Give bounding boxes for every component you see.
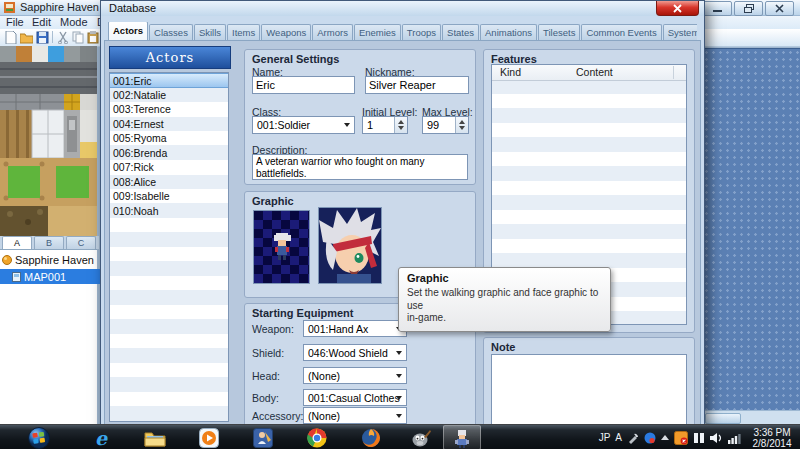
drawing-app-button[interactable] [244, 425, 282, 449]
stepper-buttons[interactable] [455, 117, 468, 133]
tooltip-body: Set the walking graphic and face graphic… [407, 287, 602, 325]
windows-explorer-button[interactable] [136, 425, 174, 449]
palette-tab-c[interactable]: C [66, 236, 96, 249]
actor-item[interactable]: 003:Terence [110, 102, 228, 117]
ball-tray-icon[interactable] [644, 432, 656, 444]
horizontal-scrollbar[interactable] [703, 410, 800, 425]
head-select[interactable]: (None) [303, 367, 407, 384]
dialog-titlebar: Database [101, 1, 704, 16]
taskbar: e JP A [0, 424, 800, 449]
shield-value: 046:Wood Shield [308, 347, 388, 359]
nickname-input[interactable] [365, 76, 469, 94]
tab-states[interactable]: States [442, 24, 479, 40]
tree-item-project[interactable]: Sapphire Haven [2, 254, 94, 266]
close-window-button[interactable] [765, 1, 794, 16]
app-icon [4, 2, 15, 13]
menu-file[interactable]: File [6, 16, 24, 29]
dialog-close-button[interactable] [656, 1, 699, 16]
tab-system[interactable]: System [663, 24, 697, 40]
walking-graphic-box[interactable] [253, 210, 310, 284]
clock-date: 2/8/2014 [746, 438, 798, 449]
name-input[interactable] [252, 76, 355, 94]
actor-item[interactable]: 005:Ryoma [110, 131, 228, 146]
actor-item[interactable]: 008:Alice [110, 175, 228, 190]
palette-tab-b[interactable]: B [34, 236, 64, 249]
tab-common-events[interactable]: Common Events [581, 24, 661, 40]
copy-icon[interactable] [72, 31, 85, 44]
tab-enemies[interactable]: Enemies [354, 24, 401, 40]
clock-time: 3:36 PM [746, 427, 798, 438]
body-select[interactable]: 001:Casual Clothes [303, 389, 407, 406]
cut-icon[interactable] [57, 31, 70, 44]
tab-actors[interactable]: Actors [108, 22, 148, 40]
drawing-app-icon [253, 428, 273, 448]
actor-item[interactable]: 009:Isabelle [110, 189, 228, 204]
volume-icon[interactable] [710, 432, 723, 444]
step-up-icon [398, 120, 404, 124]
start-button[interactable] [20, 425, 58, 449]
description-textarea[interactable]: A veteran warrior who fought on many bat… [252, 154, 468, 180]
scrollbar-thumb[interactable] [705, 413, 741, 424]
group-title: Graphic [252, 195, 294, 207]
tools-tray-icon[interactable] [627, 432, 639, 444]
initial-level-stepper[interactable]: 1 [362, 116, 408, 134]
shield-select[interactable]: 046:Wood Shield [303, 344, 407, 361]
palette-tab-a[interactable]: A [2, 236, 32, 249]
minimize-button[interactable] [703, 1, 732, 16]
map-canvas[interactable] [703, 48, 800, 411]
media-player-button[interactable] [190, 425, 228, 449]
firefox-button[interactable] [352, 425, 390, 449]
rpg-maker-button[interactable] [443, 425, 481, 449]
taskbar-clock[interactable]: 3:36 PM 2/8/2014 [746, 427, 798, 449]
tab-troops[interactable]: Troops [402, 24, 441, 40]
face-graphic-box[interactable] [318, 207, 382, 284]
action-center-icon[interactable] [693, 431, 705, 444]
restore-icon [744, 4, 754, 13]
tab-armors[interactable]: Armors [312, 24, 353, 40]
project-name: Sapphire Haven [15, 254, 94, 266]
menu-mode[interactable]: Mode [60, 16, 88, 29]
internet-explorer-button[interactable]: e [82, 425, 120, 449]
tab-tilesets[interactable]: Tilesets [538, 24, 580, 40]
folder-icon [144, 429, 166, 447]
tileset-palette[interactable] [0, 46, 97, 236]
weapon-select[interactable]: 001:Hand Ax [303, 320, 407, 337]
stepper-buttons[interactable] [394, 117, 407, 133]
actor-item[interactable]: 006:Brenda [110, 146, 228, 161]
update-tray-icon[interactable] [674, 431, 688, 445]
head-value: (None) [308, 370, 340, 382]
tab-weapons[interactable]: Weapons [261, 24, 311, 40]
tab-items[interactable]: Items [227, 24, 260, 40]
accessory-select[interactable]: (None) [303, 407, 407, 424]
ime-mode-indicator[interactable]: A [615, 432, 622, 443]
media-player-icon [199, 428, 219, 448]
gimp-button[interactable] [402, 425, 440, 449]
group-title: General Settings [252, 53, 339, 65]
actor-item[interactable]: 002:Natalie [110, 88, 228, 103]
tree-item-map001[interactable]: MAP001 [0, 269, 109, 284]
menu-edit[interactable]: Edit [32, 16, 51, 29]
tab-skills[interactable]: Skills [194, 24, 226, 40]
network-icon[interactable] [728, 432, 741, 444]
max-level-stepper[interactable]: 99 [422, 116, 469, 134]
windows-start-icon [28, 427, 50, 449]
paste-icon[interactable] [87, 31, 100, 44]
actor-item[interactable]: 010:Noah [110, 204, 228, 219]
chrome-button[interactable] [298, 425, 336, 449]
new-file-icon[interactable] [4, 31, 17, 44]
toolbar-separator [52, 31, 53, 43]
actor-item-selected[interactable]: 001:Eric [110, 73, 228, 88]
class-select[interactable]: 001:Soldier [252, 116, 355, 134]
save-icon[interactable] [36, 31, 49, 44]
actor-item[interactable]: 004:Ernest [110, 117, 228, 132]
close-icon [673, 4, 682, 13]
weapon-value: 001:Hand Ax [308, 323, 368, 335]
show-hidden-icons-button[interactable] [661, 435, 669, 440]
open-folder-icon[interactable] [20, 31, 33, 44]
restore-button[interactable] [734, 1, 763, 16]
language-indicator[interactable]: JP [599, 432, 611, 443]
tab-animations[interactable]: Animations [480, 24, 537, 40]
actor-item[interactable]: 007:Rick [110, 160, 228, 175]
tileset-tiles [0, 46, 97, 236]
tab-classes[interactable]: Classes [149, 24, 193, 40]
